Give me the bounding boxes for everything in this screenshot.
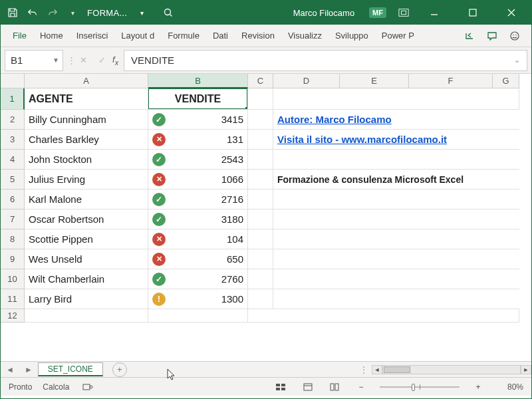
- cell-agent[interactable]: Oscar Robertson: [25, 209, 148, 229]
- formula-input[interactable]: VENDITE ⌄: [124, 50, 527, 71]
- cell-header-agente[interactable]: AGENTE: [25, 88, 148, 110]
- tab-data[interactable]: Dati: [206, 25, 235, 47]
- cell-agent[interactable]: Julius Erving: [25, 170, 148, 190]
- cell-agent[interactable]: Billy Cunningham: [25, 110, 148, 130]
- save-icon[interactable]: [7, 7, 18, 18]
- colhead-f[interactable]: F: [409, 74, 493, 88]
- expand-formula-bar-icon[interactable]: ⌄: [514, 56, 520, 65]
- zoom-thumb[interactable]: [412, 384, 415, 391]
- cell-value[interactable]: 2716: [148, 190, 248, 209]
- tab-insert[interactable]: Inserisci: [70, 25, 115, 47]
- scrollbar-thumb[interactable]: [384, 366, 410, 373]
- rowhead-9[interactable]: 9: [1, 249, 25, 269]
- rowhead-2[interactable]: 2: [1, 110, 25, 130]
- minimize-button[interactable]: [421, 1, 448, 25]
- zoom-in-button[interactable]: +: [470, 381, 486, 393]
- scroll-right-icon[interactable]: ►: [521, 365, 531, 374]
- tab-power[interactable]: Power P: [375, 25, 421, 47]
- maximize-button[interactable]: [460, 1, 486, 25]
- smile-icon[interactable]: [503, 25, 526, 47]
- zoom-level[interactable]: 80%: [497, 382, 523, 392]
- website-link[interactable]: Visita il sito - www.marcofilocamo.it: [277, 134, 447, 145]
- zoom-out-button[interactable]: −: [353, 381, 369, 393]
- rowhead-3[interactable]: 3: [1, 130, 25, 150]
- colhead-e[interactable]: E: [340, 74, 409, 88]
- cell-agent[interactable]: Karl Malone: [25, 190, 148, 209]
- cell-header-vendite[interactable]: VENDITE: [148, 88, 248, 110]
- page-layout-view-icon[interactable]: [300, 381, 316, 393]
- rowhead-1[interactable]: 1: [1, 88, 25, 110]
- share-icon[interactable]: [458, 25, 481, 47]
- zoom-slider[interactable]: [380, 386, 460, 388]
- cell-value[interactable]: 2760: [148, 269, 248, 289]
- rowhead-4[interactable]: 4: [1, 150, 25, 170]
- rowhead-11[interactable]: 11: [1, 289, 25, 309]
- cell-value[interactable]: 1066: [148, 170, 248, 190]
- close-button[interactable]: [498, 1, 525, 25]
- cell-agent[interactable]: John Stockton: [25, 150, 148, 170]
- cursor-icon: [167, 368, 176, 382]
- rowhead-10[interactable]: 10: [1, 269, 25, 289]
- quick-access-dropdown-icon[interactable]: ▾: [67, 7, 78, 18]
- cell-value[interactable]: 650: [148, 249, 248, 269]
- colhead-a[interactable]: A: [25, 74, 148, 88]
- cell-value[interactable]: 1300: [148, 289, 248, 309]
- svg-point-5: [513, 34, 514, 35]
- user-name[interactable]: Marco Filocamo: [293, 8, 354, 18]
- cell-agent[interactable]: Wilt Chamberlain: [25, 269, 148, 289]
- svg-rect-1: [399, 9, 408, 17]
- author-link[interactable]: Autore: Marco Filocamo: [277, 114, 392, 125]
- cross-icon: [152, 133, 166, 146]
- colhead-d[interactable]: D: [273, 74, 340, 88]
- insert-function-icon[interactable]: fx: [112, 55, 118, 66]
- ribbon-display-icon[interactable]: [398, 7, 409, 18]
- cell-value[interactable]: 2543: [148, 150, 248, 170]
- tab-formulas[interactable]: Formule: [161, 25, 206, 47]
- colhead-b[interactable]: B: [148, 74, 248, 88]
- colhead-g[interactable]: G: [493, 74, 519, 88]
- sheet-nav-next-icon[interactable]: ►: [19, 365, 38, 374]
- tab-home[interactable]: Home: [33, 25, 70, 47]
- cell-agent[interactable]: Wes Unseld: [25, 249, 148, 269]
- cell-agent[interactable]: Charles Barkley: [25, 130, 148, 150]
- tab-view[interactable]: Visualizz: [281, 25, 329, 47]
- colhead-c[interactable]: C: [248, 74, 273, 88]
- cell-value[interactable]: 131: [148, 130, 248, 150]
- rowhead-7[interactable]: 7: [1, 209, 25, 229]
- cell-agent[interactable]: Scottie Pippen: [25, 229, 148, 249]
- cancel-formula-icon[interactable]: ✕: [74, 51, 92, 70]
- rowhead-12[interactable]: 12: [1, 309, 25, 323]
- cell-value[interactable]: 104: [148, 229, 248, 249]
- macro-record-icon[interactable]: [80, 381, 96, 393]
- comments-icon[interactable]: [481, 25, 503, 47]
- tab-review[interactable]: Revision: [235, 25, 281, 47]
- scroll-left-icon[interactable]: ◄: [372, 365, 382, 374]
- name-box-input[interactable]: [5, 51, 49, 70]
- document-dropdown-icon[interactable]: ▾: [136, 7, 147, 18]
- select-all-corner[interactable]: [1, 74, 25, 88]
- cell-agent[interactable]: Larry Bird: [25, 289, 148, 309]
- name-box-dropdown-icon[interactable]: ▼: [49, 57, 63, 64]
- page-break-view-icon[interactable]: [327, 381, 342, 393]
- sheet-nav-prev-icon[interactable]: ◄: [1, 365, 19, 374]
- tab-developer[interactable]: Sviluppo: [329, 25, 375, 47]
- redo-icon[interactable]: [47, 7, 58, 18]
- rowhead-8[interactable]: 8: [1, 229, 25, 249]
- horizontal-scrollbar[interactable]: ◄ ►: [372, 365, 531, 374]
- rowhead-6[interactable]: 6: [1, 190, 25, 209]
- search-icon[interactable]: [163, 7, 174, 18]
- tab-file[interactable]: File: [6, 25, 33, 47]
- tagline-text: Formazione & consulenza Microsoft Excel: [273, 170, 519, 190]
- cell-value[interactable]: 3180: [148, 209, 248, 229]
- undo-icon[interactable]: [27, 7, 38, 18]
- cell-value[interactable]: 3415: [148, 110, 248, 130]
- normal-view-icon[interactable]: [273, 381, 289, 393]
- rowhead-5[interactable]: 5: [1, 170, 25, 190]
- name-box[interactable]: ▼: [5, 50, 63, 71]
- enter-formula-icon[interactable]: ✓: [92, 51, 111, 70]
- add-sheet-button[interactable]: +: [112, 362, 127, 377]
- tab-layout[interactable]: Layout d: [114, 25, 161, 47]
- user-badge[interactable]: MF: [369, 7, 386, 18]
- sheet-tab-active[interactable]: SET_ICONE: [38, 362, 103, 376]
- fill-handle[interactable]: [245, 107, 248, 110]
